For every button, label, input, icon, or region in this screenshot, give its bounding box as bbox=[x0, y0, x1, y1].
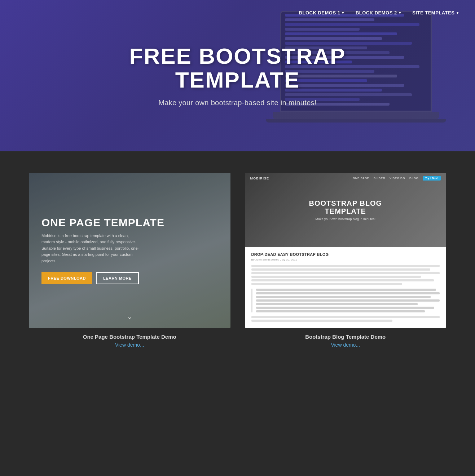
scroll-down-icon: ⌄ bbox=[127, 313, 132, 321]
card-one-page-content: ONE PAGE TEMPLATE Mobirise is a free boo… bbox=[41, 217, 218, 285]
card-one-page: ONE PAGE TEMPLATE Mobirise is a free boo… bbox=[29, 173, 230, 348]
card-blog-top-content: BOOTSTRAP BLOGTEMPLATE Make your own boo… bbox=[309, 199, 382, 221]
learn-more-button[interactable]: LEARN MORE bbox=[96, 272, 139, 284]
chevron-down-icon: ▾ bbox=[457, 11, 459, 15]
chevron-down-icon: ▾ bbox=[342, 11, 344, 15]
text-line-2 bbox=[251, 268, 430, 271]
blockquote-line-1 bbox=[256, 289, 436, 291]
card-blog-byline: By John Smith posted July 30, 2016 bbox=[251, 258, 440, 261]
hero-subtitle: Make your own bootstrap-based site in mi… bbox=[129, 99, 346, 107]
card-one-page-buttons: FREE DOWNLOAD LEARN MORE bbox=[41, 272, 218, 284]
card-one-page-bg: ONE PAGE TEMPLATE Mobirise is a free boo… bbox=[29, 173, 230, 328]
blockquote-line-6 bbox=[256, 307, 434, 309]
nav-block-demos-2[interactable]: BLOCK DEMOS 2 ▾ bbox=[350, 6, 406, 19]
cards-grid: ONE PAGE TEMPLATE Mobirise is a free boo… bbox=[29, 173, 446, 348]
card-blog-bg: MOBIRISE ONE PAGE SLIDER VIDEO BO BLOG T… bbox=[245, 173, 447, 328]
card-blog-top-subtitle: Make your own bootstrap blog in minutes! bbox=[309, 217, 382, 221]
card-one-page-label: One Page Bootstrap Template Demo bbox=[83, 334, 176, 340]
blockquote-line-5 bbox=[256, 303, 418, 305]
card-blog: MOBIRISE ONE PAGE SLIDER VIDEO BO BLOG T… bbox=[245, 173, 447, 348]
card-blog-top: MOBIRISE ONE PAGE SLIDER VIDEO BO BLOG T… bbox=[245, 173, 447, 247]
card-blog-bottom: DROP-DEAD EASY BOOTSTRAP BLOG By John Sm… bbox=[245, 247, 447, 328]
card-blog-nav-link-2: SLIDER bbox=[374, 177, 385, 180]
hero-content: FREE BOOTSTRAPTEMPLATE Make your own boo… bbox=[129, 44, 346, 107]
hero-title: FREE BOOTSTRAPTEMPLATE bbox=[129, 44, 346, 91]
text-line-1 bbox=[251, 265, 440, 267]
card-blog-label: Bootstrap Blog Template Demo bbox=[305, 334, 386, 340]
blockquote-line-4 bbox=[256, 299, 440, 302]
text-line-5 bbox=[251, 279, 434, 281]
chevron-down-icon: ▾ bbox=[399, 11, 401, 15]
card-blog-nav-link-4: BLOG bbox=[409, 177, 418, 180]
nav-site-templates[interactable]: SITE TEMPLATES ▾ bbox=[406, 6, 464, 19]
text-line-6 bbox=[251, 283, 402, 285]
text-line-4 bbox=[251, 276, 421, 278]
card-blog-blockquote bbox=[251, 289, 440, 312]
blockquote-line-7 bbox=[256, 310, 425, 312]
card-blog-nav: MOBIRISE ONE PAGE SLIDER VIDEO BO BLOG T… bbox=[245, 176, 447, 181]
text-line-8 bbox=[251, 320, 393, 322]
free-download-button[interactable]: FREE DOWNLOAD bbox=[41, 272, 92, 284]
card-blog-link[interactable]: View demo... bbox=[331, 342, 360, 348]
main-content: ONE PAGE TEMPLATE Mobirise is a free boo… bbox=[0, 151, 475, 377]
blockquote-line-3 bbox=[256, 296, 431, 298]
navigation: BLOCK DEMOS 1 ▾ BLOCK DEMOS 2 ▾ SITE TEM… bbox=[282, 0, 475, 26]
text-line-3 bbox=[251, 272, 440, 274]
nav-block-demos-1[interactable]: BLOCK DEMOS 1 ▾ bbox=[293, 6, 350, 19]
card-blog-nav-cta[interactable]: Try It Now! bbox=[423, 176, 441, 181]
card-blog-nav-link-3: VIDEO BO bbox=[390, 177, 405, 180]
card-blog-article-title: DROP-DEAD EASY BOOTSTRAP BLOG bbox=[251, 252, 440, 257]
card-blog-nav-brand: MOBIRISE bbox=[250, 177, 269, 180]
card-blog-top-title: BOOTSTRAP BLOGTEMPLATE bbox=[309, 199, 382, 215]
card-one-page-thumbnail: ONE PAGE TEMPLATE Mobirise is a free boo… bbox=[29, 173, 230, 328]
card-one-page-desc: Mobirise is a free bootstrap template wi… bbox=[41, 233, 142, 264]
card-blog-thumbnail: MOBIRISE ONE PAGE SLIDER VIDEO BO BLOG T… bbox=[245, 173, 447, 328]
card-one-page-title: ONE PAGE TEMPLATE bbox=[41, 217, 218, 228]
blockquote-line-2 bbox=[256, 292, 440, 294]
card-one-page-link[interactable]: View demo... bbox=[115, 342, 144, 348]
text-line-7 bbox=[251, 316, 440, 318]
card-blog-nav-link-1: ONE PAGE bbox=[353, 177, 369, 180]
